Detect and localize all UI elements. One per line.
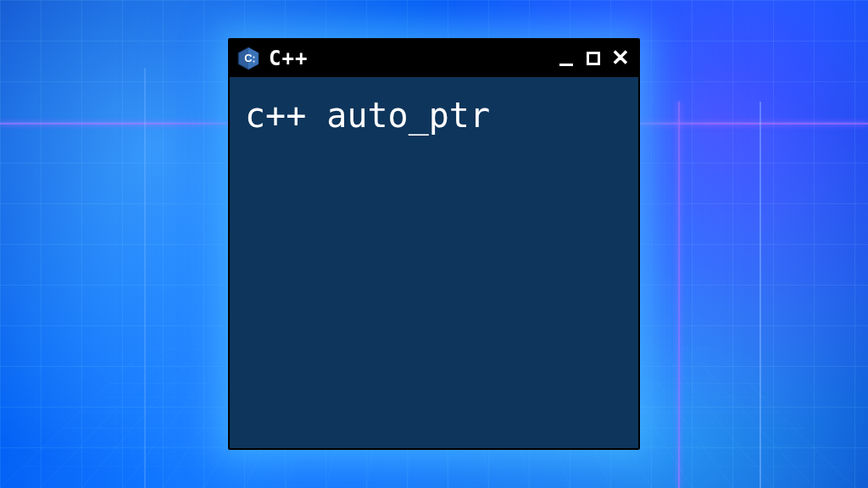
terminal-window: C + + C++ ✕ c++ auto_ptr xyxy=(228,38,640,450)
minimize-button[interactable] xyxy=(557,49,576,68)
cpp-logo-icon: C + + xyxy=(236,47,260,70)
svg-text:+: + xyxy=(253,58,255,64)
code-line: c++ auto_ptr xyxy=(245,96,623,135)
window-title: C++ xyxy=(269,47,548,70)
stage: C + + C++ ✕ c++ auto_ptr xyxy=(0,0,868,488)
maximize-button[interactable] xyxy=(584,49,603,68)
close-button[interactable]: ✕ xyxy=(611,48,630,67)
svg-text:C: C xyxy=(244,52,252,64)
window-controls: ✕ xyxy=(557,49,630,68)
editor-area[interactable]: c++ auto_ptr xyxy=(230,77,638,448)
titlebar[interactable]: C + + C++ ✕ xyxy=(230,40,638,77)
